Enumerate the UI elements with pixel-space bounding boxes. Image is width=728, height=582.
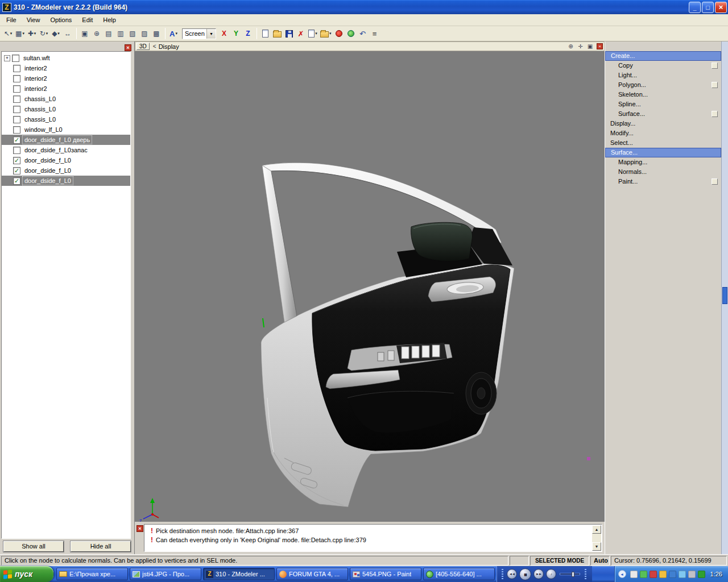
command-surface[interactable]: Surface... (605, 148, 721, 157)
command-spline[interactable]: Spline... (605, 99, 721, 109)
tree-item-selected[interactable]: ✓door_dside_f_L0 дверь (2, 135, 130, 145)
command-normals[interactable]: Normals... (605, 167, 721, 177)
view-persp-tool[interactable]: ▨ (139, 27, 150, 40)
menu-edit[interactable]: Edit (77, 15, 98, 24)
volume-slider[interactable] (560, 573, 580, 575)
tree-item-selected[interactable]: ✓door_dside_f_L0 (2, 176, 130, 186)
option-checkbox[interactable] (712, 111, 718, 117)
view-user-tool[interactable]: ▧ (127, 27, 138, 40)
visibility-checkbox[interactable] (13, 126, 20, 134)
log-scrollbar[interactable]: ▲ ▼ (592, 525, 601, 551)
dropdown-arrow-icon[interactable]: ▾ (175, 31, 177, 36)
dropdown-arrow-icon[interactable]: ▾ (34, 31, 36, 36)
viewport-canvas[interactable]: z (135, 51, 605, 522)
axis-z-toggle[interactable]: Z (242, 28, 254, 39)
open-file-button[interactable] (271, 27, 283, 40)
view-side-tool[interactable]: ▥ (115, 27, 126, 40)
command-skeleton[interactable]: Skeleton... (605, 90, 721, 99)
command-light[interactable]: Light... (605, 70, 721, 80)
tree-item[interactable]: chassis_L0 (2, 94, 130, 104)
visibility-checkbox[interactable]: ✓ (13, 167, 20, 174)
view-mode-button[interactable]: 3D (136, 43, 150, 50)
tree-item[interactable]: interior2 (2, 84, 130, 94)
viewport-3d-render[interactable]: z (135, 51, 605, 522)
visibility-checkbox[interactable] (13, 95, 20, 103)
option-checkbox[interactable] (712, 63, 718, 69)
tree-item[interactable]: door_dside_f_L0запас (2, 145, 130, 155)
menu-options[interactable]: Options (45, 15, 77, 24)
undo-button[interactable]: ↶ (357, 27, 369, 40)
tree-item-sultan[interactable]: + sultan.wft (2, 53, 130, 63)
modes-tool[interactable]: ⊕ (91, 27, 102, 40)
option-checkbox[interactable] (712, 82, 718, 88)
play-pause-button[interactable]: ▮▮ (519, 568, 531, 580)
view-mode-label[interactable]: Display (159, 43, 565, 50)
view-front-tool[interactable]: ▤ (103, 27, 114, 40)
axis-x-toggle[interactable]: X (218, 28, 230, 39)
menu-help[interactable]: Help (98, 15, 121, 24)
deskband-grip[interactable] (585, 569, 586, 579)
command-create[interactable]: Create... (605, 51, 721, 61)
view-grid-tool[interactable]: ▩ (151, 27, 162, 40)
deskband-grip[interactable] (502, 569, 503, 579)
delete-button[interactable]: ✗ (295, 27, 307, 40)
dropdown-arrow-icon[interactable]: ▾ (10, 31, 13, 36)
taskbar-item-call[interactable]: [405-556-640] ... (423, 568, 495, 580)
tree-item[interactable]: interior2 (2, 73, 130, 84)
update-icon[interactable] (630, 571, 638, 578)
import-button[interactable]: ▾ (307, 27, 318, 40)
scheduler-icon[interactable] (659, 571, 667, 578)
move-tool[interactable]: ✚▾ (26, 27, 38, 40)
volume-icon[interactable] (679, 571, 686, 578)
axis-y-toggle[interactable]: Y (230, 28, 242, 39)
dropdown-arrow-icon[interactable]: ▾ (329, 31, 332, 36)
taskbar-item-paint[interactable]: 5454.PNG - Paint (350, 568, 421, 580)
visibility-checkbox[interactable]: ✓ (13, 157, 20, 164)
back-arrow-icon[interactable]: < (153, 43, 156, 49)
volume-button[interactable]: ♪ (546, 569, 556, 579)
tree-item[interactable]: chassis_L0 (2, 104, 130, 114)
expander-icon[interactable]: + (4, 55, 10, 61)
visibility-checkbox[interactable]: ✓ (13, 136, 20, 144)
visibility-checkbox[interactable] (13, 65, 20, 72)
antivirus-icon[interactable] (640, 571, 647, 578)
scrollbar-thumb[interactable] (722, 287, 727, 304)
visibility-checkbox[interactable] (13, 147, 20, 154)
visibility-checkbox[interactable] (12, 55, 19, 62)
log-button[interactable]: ≡ (369, 27, 380, 40)
tree-item[interactable]: chassis_L0 (2, 114, 130, 124)
command-surface-create[interactable]: Surface... (605, 109, 721, 119)
close-view-icon[interactable]: × (597, 43, 603, 49)
dropdown-arrow-icon[interactable]: ▾ (46, 31, 48, 36)
firewall-icon[interactable] (698, 571, 705, 578)
maximize-button[interactable]: □ (702, 2, 714, 13)
command-mapping[interactable]: Mapping... (605, 157, 721, 167)
taskbar-item-explorer[interactable]: Е:\Прочая хре... (56, 568, 128, 580)
tree-item[interactable]: ✓door_dside_f_L0 (2, 165, 130, 176)
zoom-icon[interactable]: ⊕ (566, 43, 575, 50)
font-tool[interactable]: A▾ (168, 27, 179, 40)
option-checkbox[interactable] (712, 178, 718, 185)
mirror-tool[interactable]: ↔ (62, 27, 73, 40)
volume-slider-handle[interactable] (572, 572, 574, 577)
scroll-down-icon[interactable]: ▼ (592, 542, 601, 551)
rotate-tool[interactable]: ↻▾ (38, 27, 49, 40)
select-area-tool[interactable]: ▦▾ (14, 27, 26, 40)
clock[interactable]: 1:26 (710, 571, 722, 577)
auto-indicator[interactable]: Auto (590, 556, 610, 566)
previous-track-button[interactable]: ◄◄ (507, 569, 517, 579)
taskbar-item-zmodeler[interactable]: Z310 - ZModeler ... (203, 568, 275, 580)
panel-scrollbar[interactable] (721, 41, 728, 554)
start-button[interactable]: пуск (0, 566, 53, 582)
car-door-model[interactable] (261, 163, 514, 507)
pan-icon[interactable]: ✛ (576, 43, 585, 50)
hide-all-button[interactable]: Hide all (71, 541, 131, 552)
title-bar[interactable]: Z 310 - ZModeler ver 2.2.2 (Build 964) _… (0, 0, 728, 14)
scale-tool[interactable]: ◆▾ (50, 27, 61, 40)
dropdown-arrow-icon[interactable]: ▾ (22, 31, 24, 36)
tree-item[interactable]: interior2 (2, 63, 130, 73)
network-icon[interactable] (669, 571, 676, 578)
scroll-up-icon[interactable]: ▲ (592, 525, 601, 534)
hide-icons-chevron[interactable]: ◄ (618, 570, 626, 578)
combo-dropdown-icon[interactable]: ▼ (206, 29, 216, 39)
